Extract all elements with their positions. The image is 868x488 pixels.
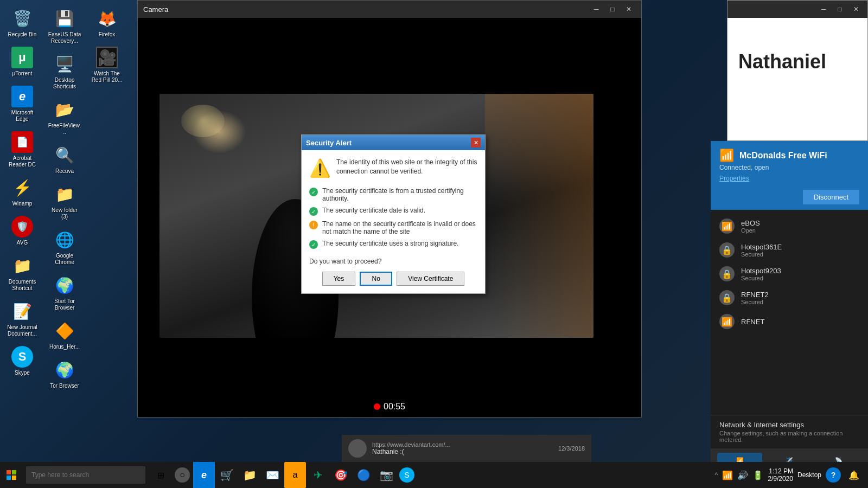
taskbar-skype-icon[interactable]: S <box>399 467 414 483</box>
cortana-button[interactable]: ○ <box>175 467 190 483</box>
winamp-icon: ⚡ <box>11 177 33 198</box>
icon-tor-browser[interactable]: 🌍 Tor Browser <box>46 357 84 391</box>
taskbar-expand-tray[interactable]: ^ <box>715 471 718 479</box>
taskbar-mail-icon[interactable]: ✉️ <box>261 462 283 488</box>
icon-new-folder[interactable]: 📁 New folder (3) <box>46 181 84 222</box>
taskbar-desktop-label[interactable]: Desktop <box>797 471 821 479</box>
wifi-network-item-rfnet[interactable]: 📶 RFNET <box>711 310 868 333</box>
wifi-ebos-icon: 📶 <box>719 219 735 234</box>
wifi-connected-section: 📶 McDonalds Free WiFi Connected, open Pr… <box>711 141 868 210</box>
icon-acrobat[interactable]: 📄 Acrobat Reader DC <box>3 129 41 170</box>
wifi-rfnet2-icon: 🔒 <box>719 290 735 305</box>
nathaniel-close-button[interactable]: ✕ <box>849 4 863 15</box>
check-ok-icon-2: ✓ <box>309 207 318 216</box>
taskbar-time: 1:12 PM <box>768 467 793 475</box>
tray-sound-icon[interactable]: 🔊 <box>737 470 748 480</box>
windows-logo-icon <box>7 470 16 480</box>
nathaniel-window-controls: ─ □ ✕ <box>816 4 863 15</box>
icon-documents-shortcut[interactable]: 📁 Documents Shortcut <box>3 253 41 294</box>
camera-titlebar: Camera ─ □ ✕ <box>138 1 641 18</box>
dialog-buttons: Yes No View Certificate <box>309 272 477 286</box>
camera-minimize-button[interactable]: ─ <box>589 4 603 15</box>
icon-desktop-shortcuts[interactable]: 🖥️ Desktop Shortcuts <box>46 51 84 92</box>
notification-button[interactable]: 🔔 <box>845 466 863 484</box>
icon-recycle-bin[interactable]: 🗑️ Recycle Bin <box>3 5 41 40</box>
icon-microsoft-edge[interactable]: e Microsoft Edge <box>3 84 41 125</box>
dialog-close-button[interactable]: ✕ <box>471 138 481 147</box>
help-button[interactable]: ? <box>826 467 841 483</box>
wifi-network-item-hotspot361e[interactable]: 🔒 Hotspot361E Secured <box>711 238 868 262</box>
wifi-rfnet2-info: RFNET2 Secured <box>741 291 859 305</box>
icon-vlc[interactable]: 🔶 Horus_Her... <box>46 318 84 352</box>
taskbar-amazon-icon[interactable]: a <box>284 462 306 488</box>
wifi-signal-icon: 📶 <box>719 149 734 163</box>
search-input[interactable] <box>26 466 145 484</box>
desktop-icons-area: 🗑️ Recycle Bin μ μTorrent e Microsoft Ed… <box>0 0 136 423</box>
taskbar-explorer-icon[interactable]: 📁 <box>239 462 260 488</box>
freefileview-label: FreeFileView... <box>48 123 81 136</box>
check-ok-icon-4: ✓ <box>309 240 318 249</box>
icon-easeus[interactable]: 💾 EaseUS Data Recovery... <box>46 5 84 47</box>
nathaniel-minimize-button[interactable]: ─ <box>816 4 831 15</box>
new-journal-icon: 📝 <box>11 300 33 322</box>
check-text-3: The name on the security certificate is … <box>322 220 477 235</box>
taskbar-game-icon[interactable]: 🎯 <box>330 462 352 488</box>
taskbar-store-icon[interactable]: 🛒 <box>216 462 238 488</box>
nathaniel-maximize-button[interactable]: □ <box>833 4 847 15</box>
icon-new-journal[interactable]: 📝 New Journal Document... <box>3 298 41 339</box>
task-view-button[interactable]: ⊞ <box>150 462 171 488</box>
watch-red-pill-icon: 🎥 <box>96 47 118 68</box>
taskbar-chrome-icon[interactable]: 🔵 <box>353 462 374 488</box>
taskbar-camera-icon[interactable]: 📷 <box>375 462 397 488</box>
dialog-titlebar: Security Alert ✕ <box>302 135 485 150</box>
camera-window-controls: ─ □ ✕ <box>589 4 636 15</box>
icon-avg[interactable]: 🛡️ AVG <box>3 214 41 248</box>
icon-utorrent[interactable]: μ μTorrent <box>3 44 41 79</box>
dialog-check-1: ✓ The security certificate is from a tru… <box>309 185 477 204</box>
wifi-network-item-hotspot9203[interactable]: 🔒 Hotspot9203 Secured <box>711 262 868 286</box>
taskbar-tripadvisor-icon[interactable]: ✈ <box>307 462 329 488</box>
dialog-no-button[interactable]: No <box>360 272 392 286</box>
google-chrome-icon: 🌐 <box>54 229 75 251</box>
chat-preview: https://www.deviantart.com/... Nathanie … <box>342 435 591 462</box>
icon-firefox[interactable]: 🦊 Firefox <box>88 5 126 40</box>
tray-network-icon[interactable]: 📶 <box>722 470 733 480</box>
documents-shortcut-label: Documents Shortcut <box>5 279 39 292</box>
start-tor-icon: 🌍 <box>54 274 75 296</box>
wifi-network-item-ebos[interactable]: 📶 eBOS Open <box>711 214 868 238</box>
start-button[interactable] <box>0 462 23 488</box>
icon-recuva[interactable]: 🔍 Recuva <box>46 142 84 177</box>
camera-close-button[interactable]: ✕ <box>622 4 636 15</box>
wifi-connected-status: Connected, open <box>719 164 859 171</box>
tor-browser-label: Tor Browser <box>50 383 79 389</box>
recycle-bin-label: Recycle Bin <box>8 31 37 38</box>
wifi-network-item-rfnet2[interactable]: 🔒 RFNET2 Secured <box>711 286 868 310</box>
icon-watch-red-pill[interactable]: 🎥 Watch The Red Pill 20... <box>88 44 126 86</box>
light-effect <box>181 105 225 137</box>
check-text-2: The security certificate date is valid. <box>322 207 425 214</box>
icon-skype[interactable]: S Skype <box>3 344 41 378</box>
icon-google-chrome[interactable]: 🌐 Google Chrome <box>46 227 84 268</box>
utorrent-label: μTorrent <box>12 70 33 77</box>
dialog-header: ⚠️ The identity of this web site or the … <box>309 158 477 178</box>
icon-winamp[interactable]: ⚡ Winamp <box>3 175 41 209</box>
new-folder-icon: 📁 <box>54 183 75 205</box>
svg-rect-0 <box>7 470 11 474</box>
dialog-view-cert-button[interactable]: View Certificate <box>397 272 464 286</box>
check-text-4: The security certificate uses a strong s… <box>322 240 458 247</box>
taskbar-edge-icon[interactable]: e <box>193 462 215 488</box>
icon-freefileview[interactable]: 📂 FreeFileView... <box>46 97 84 138</box>
recording-dot <box>374 403 380 410</box>
nathaniel-titlebar: ─ □ ✕ <box>727 1 867 18</box>
camera-maximize-button[interactable]: □ <box>605 4 620 15</box>
wifi-disconnect-button[interactable]: Disconnect <box>803 190 859 204</box>
icon-start-tor[interactable]: 🌍 Start Tor Browser <box>46 272 84 313</box>
network-settings-title[interactable]: Network & Internet settings <box>719 421 859 429</box>
google-chrome-label: Google Chrome <box>48 253 81 266</box>
nathaniel-window: ─ □ ✕ Nathaniel <box>727 0 868 141</box>
network-settings-section: Network & Internet settings Change setti… <box>711 415 868 448</box>
tray-battery-icon[interactable]: 🔋 <box>752 470 763 480</box>
taskbar-clock[interactable]: 1:12 PM 2/9/2020 <box>768 467 793 483</box>
dialog-yes-button[interactable]: Yes <box>322 272 356 286</box>
wifi-properties-link[interactable]: Properties <box>719 175 859 182</box>
